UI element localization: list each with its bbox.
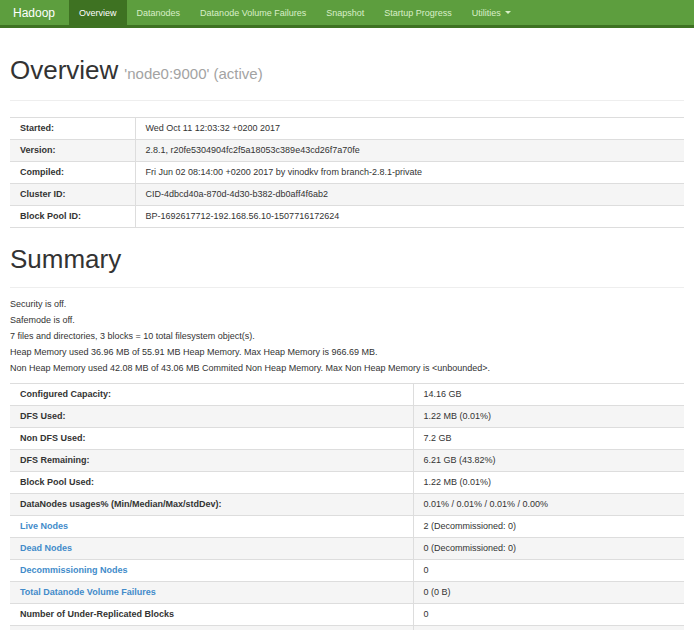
summary-label-cell: Non DFS Used: bbox=[10, 428, 413, 450]
nav-tab-label: Startup Progress bbox=[384, 8, 452, 18]
table-row: Decommissioning Nodes 0 bbox=[10, 560, 684, 582]
summary-label-cell: Number of Blocks Pending Deletion bbox=[10, 626, 413, 630]
nav-tabs: Overview Datanodes Datanode Volume Failu… bbox=[69, 0, 521, 25]
table-row: Block Pool ID: BP-1692617712-192.168.56.… bbox=[10, 206, 684, 228]
table-row: Compiled: Fri Jun 02 08:14:00 +0200 2017… bbox=[10, 162, 684, 184]
summary-label-cell: Live Nodes bbox=[10, 516, 413, 538]
summary-table: Configured Capacity: 14.16 GB DFS Used: … bbox=[10, 383, 684, 630]
summary-value: 14.16 GB bbox=[413, 384, 684, 406]
summary-value: 0 bbox=[413, 604, 684, 626]
summary-label: Configured Capacity: bbox=[20, 389, 111, 399]
nav-tab[interactable]: Snapshot bbox=[316, 0, 374, 25]
info-label: Compiled: bbox=[10, 162, 135, 184]
summary-note: Heap Memory used 36.96 MB of 55.91 MB He… bbox=[10, 348, 684, 357]
summary-value: 0 (0 B) bbox=[413, 582, 684, 604]
nav-tab[interactable]: Overview bbox=[69, 0, 127, 25]
summary-label-cell: Decommissioning Nodes bbox=[10, 560, 413, 582]
summary-value: 0 bbox=[413, 560, 684, 582]
nav-tab-label: Snapshot bbox=[326, 8, 364, 18]
table-row: Cluster ID: CID-4dbcd40a-870d-4d30-b382-… bbox=[10, 184, 684, 206]
nav-tab[interactable]: Utilities bbox=[462, 0, 521, 25]
table-row: DFS Used: 1.22 MB (0.01%) bbox=[10, 406, 684, 428]
table-row: DFS Remaining: 6.21 GB (43.82%) bbox=[10, 450, 684, 472]
info-value: Fri Jun 02 08:14:00 +0200 2017 by vinodk… bbox=[135, 162, 684, 184]
overview-title: Overview bbox=[10, 55, 118, 85]
table-row: Total Datanode Volume Failures 0 (0 B) bbox=[10, 582, 684, 604]
info-value: BP-1692617712-192.168.56.10-150771617262… bbox=[135, 206, 684, 228]
brand-hadoop[interactable]: Hadoop bbox=[0, 0, 69, 25]
summary-label[interactable]: Decommissioning Nodes bbox=[20, 565, 128, 575]
info-label: Block Pool ID: bbox=[10, 206, 135, 228]
summary-value: 1.22 MB (0.01%) bbox=[413, 406, 684, 428]
table-row: Number of Under-Replicated Blocks 0 bbox=[10, 604, 684, 626]
summary-label: Non DFS Used: bbox=[20, 433, 86, 443]
summary-label: DFS Used: bbox=[20, 411, 66, 421]
summary-notes: Security is off. Safemode is off. 7 file… bbox=[10, 300, 684, 373]
namenode-address: 'node0:9000' (active) bbox=[124, 65, 262, 82]
table-row: Started: Wed Oct 11 12:03:32 +0200 2017 bbox=[10, 118, 684, 140]
info-label: Started: bbox=[10, 118, 135, 140]
page-title: Overview'node0:9000' (active) bbox=[10, 55, 684, 86]
table-row: Block Pool Used: 1.22 MB (0.01%) bbox=[10, 472, 684, 494]
summary-label: Number of Under-Replicated Blocks bbox=[20, 609, 174, 619]
table-row: Live Nodes 2 (Decommissioned: 0) bbox=[10, 516, 684, 538]
namenode-info-table: Started: Wed Oct 11 12:03:32 +0200 2017 … bbox=[10, 117, 684, 228]
info-label: Version: bbox=[10, 140, 135, 162]
summary-note: Safemode is off. bbox=[10, 316, 684, 325]
nav-tab[interactable]: Startup Progress bbox=[374, 0, 462, 25]
divider bbox=[10, 287, 684, 288]
nav-tab[interactable]: Datanode Volume Failures bbox=[190, 0, 316, 25]
summary-label-cell: Total Datanode Volume Failures bbox=[10, 582, 413, 604]
summary-label-cell: Number of Under-Replicated Blocks bbox=[10, 604, 413, 626]
table-row: Number of Blocks Pending Deletion 0 bbox=[10, 626, 684, 630]
summary-label-cell: DataNodes usages% (Min/Median/Max/stdDev… bbox=[10, 494, 413, 516]
table-row: DataNodes usages% (Min/Median/Max/stdDev… bbox=[10, 494, 684, 516]
summary-label-cell: DFS Used: bbox=[10, 406, 413, 428]
summary-title: Summary bbox=[10, 244, 684, 275]
summary-label[interactable]: Live Nodes bbox=[20, 521, 68, 531]
summary-note: 7 files and directories, 3 blocks = 10 t… bbox=[10, 332, 684, 341]
summary-label: Block Pool Used: bbox=[20, 477, 94, 487]
summary-value: 1.22 MB (0.01%) bbox=[413, 472, 684, 494]
summary-label: DataNodes usages% (Min/Median/Max/stdDev… bbox=[20, 499, 222, 509]
divider bbox=[10, 100, 684, 101]
summary-label-cell: Configured Capacity: bbox=[10, 384, 413, 406]
summary-label[interactable]: Total Datanode Volume Failures bbox=[20, 587, 156, 597]
info-label: Cluster ID: bbox=[10, 184, 135, 206]
summary-note: Security is off. bbox=[10, 300, 684, 309]
info-value: CID-4dbcd40a-870d-4d30-b382-db0aff4f6ab2 bbox=[135, 184, 684, 206]
summary-value: 7.2 GB bbox=[413, 428, 684, 450]
nav-tab-label: Overview bbox=[79, 8, 117, 18]
main-content: Overview'node0:9000' (active) Started: W… bbox=[0, 55, 694, 630]
summary-label-cell: Dead Nodes bbox=[10, 538, 413, 560]
table-row: Non DFS Used: 7.2 GB bbox=[10, 428, 684, 450]
table-row: Dead Nodes 0 (Decommissioned: 0) bbox=[10, 538, 684, 560]
summary-note: Non Heap Memory used 42.08 MB of 43.06 M… bbox=[10, 364, 684, 373]
info-value: Wed Oct 11 12:03:32 +0200 2017 bbox=[135, 118, 684, 140]
summary-label-cell: Block Pool Used: bbox=[10, 472, 413, 494]
table-row: Version: 2.8.1, r20fe5304904fc2f5a18053c… bbox=[10, 140, 684, 162]
chevron-down-icon bbox=[505, 11, 511, 14]
summary-value: 0.01% / 0.01% / 0.01% / 0.00% bbox=[413, 494, 684, 516]
summary-label: DFS Remaining: bbox=[20, 455, 90, 465]
nav-tab-label: Datanodes bbox=[137, 8, 181, 18]
top-navbar: Hadoop Overview Datanodes Datanode Volum… bbox=[0, 0, 694, 28]
info-value: 2.8.1, r20fe5304904fc2f5a18053c389e43cd2… bbox=[135, 140, 684, 162]
summary-value: 6.21 GB (43.82%) bbox=[413, 450, 684, 472]
nav-tab-label: Utilities bbox=[472, 8, 501, 18]
summary-label-cell: DFS Remaining: bbox=[10, 450, 413, 472]
summary-value: 0 (Decommissioned: 0) bbox=[413, 538, 684, 560]
summary-value: 2 (Decommissioned: 0) bbox=[413, 516, 684, 538]
nav-tab[interactable]: Datanodes bbox=[127, 0, 191, 25]
table-row: Configured Capacity: 14.16 GB bbox=[10, 384, 684, 406]
summary-value: 0 bbox=[413, 626, 684, 630]
summary-label[interactable]: Dead Nodes bbox=[20, 543, 72, 553]
nav-tab-label: Datanode Volume Failures bbox=[200, 8, 306, 18]
